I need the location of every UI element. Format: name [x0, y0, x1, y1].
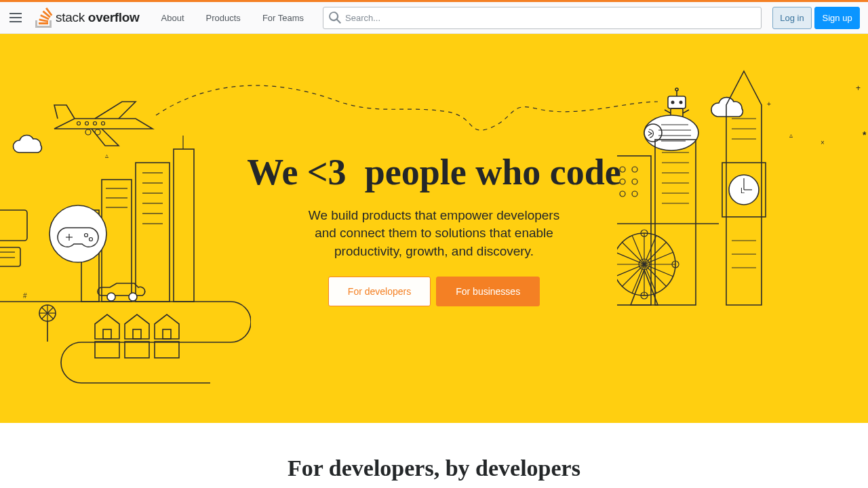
svg-rect-65: [655, 140, 696, 305]
svg-point-59: [644, 124, 662, 142]
svg-point-0: [85, 129, 91, 135]
houses-icon: [95, 314, 179, 358]
svg-rect-78: [722, 163, 766, 217]
svg-point-37: [85, 234, 88, 237]
svg-text:▵: ▵: [105, 152, 108, 159]
svg-point-4: [94, 122, 97, 125]
site-logo[interactable]: stack overflow: [30, 7, 145, 28]
section-developers-title: For developers, by developers: [0, 455, 868, 481]
svg-rect-11: [671, 108, 683, 118]
hero-section: + + ▵ * × ▵: [0, 34, 868, 423]
svg-point-89: [617, 233, 675, 296]
clock-tower-icon: L: [722, 71, 766, 305]
svg-point-7: [671, 101, 675, 104]
svg-line-95: [632, 235, 656, 293]
svg-rect-20: [102, 180, 132, 302]
hero-cta-row: For developers For businesses: [328, 277, 540, 306]
svg-rect-21: [136, 163, 170, 302]
svg-line-13: [683, 110, 689, 113]
svg-point-51: [39, 305, 56, 321]
svg-line-96: [632, 235, 656, 293]
svg-line-97: [617, 252, 673, 277]
svg-rect-49: [125, 342, 149, 358]
for-developers-button[interactable]: For developers: [328, 277, 431, 306]
svg-point-5: [102, 122, 105, 125]
robot-icon: [665, 88, 689, 118]
gamepad-icon: [50, 205, 106, 262]
svg-point-90: [639, 259, 650, 270]
svg-text:×: ×: [821, 139, 825, 146]
svg-line-55: [41, 307, 54, 319]
svg-text:+: +: [856, 83, 861, 93]
hero-headline: We <3 people who code: [247, 150, 620, 195]
svg-rect-22: [174, 149, 194, 302]
svg-text:+: +: [767, 100, 771, 108]
svg-text:*: *: [863, 129, 867, 140]
section-developers: For developers, by developers: [0, 423, 868, 481]
svg-rect-40: [0, 247, 20, 266]
svg-rect-48: [95, 342, 119, 358]
stackoverflow-logo-icon: [35, 7, 53, 28]
windmill-icon: [39, 305, 56, 342]
site-header: stack overflow About Products For Teams …: [0, 2, 868, 34]
hero-left-illustration: ▵: [0, 34, 251, 423]
svg-point-43: [107, 293, 115, 301]
svg-point-99: [641, 230, 648, 237]
svg-rect-39: [0, 210, 27, 241]
svg-point-3: [85, 122, 89, 125]
ferris-wheel-icon: [617, 230, 679, 305]
primary-nav: About Products For Teams: [153, 9, 312, 27]
svg-rect-50: [155, 342, 179, 358]
svg-line-12: [665, 110, 671, 113]
svg-text:#: #: [23, 292, 27, 300]
cloud-icon: [711, 98, 743, 117]
svg-point-100: [641, 292, 648, 299]
svg-rect-23: [81, 210, 99, 302]
svg-point-77: [632, 191, 637, 197]
search-input[interactable]: [323, 7, 762, 29]
menu-toggle-icon[interactable]: [8, 9, 24, 26]
speech-bubble-icon: [644, 115, 698, 150]
svg-point-79: [729, 175, 759, 205]
buildings-left-icon: [81, 136, 194, 302]
search-icon: [329, 12, 341, 24]
for-businesses-button[interactable]: For businesses: [436, 277, 540, 306]
svg-text:L: L: [741, 186, 745, 195]
nav-for-teams[interactable]: For Teams: [254, 9, 312, 27]
signup-button[interactable]: Sign up: [814, 7, 860, 29]
svg-point-34: [50, 205, 106, 262]
login-button[interactable]: Log in: [772, 7, 812, 29]
search-container: [323, 7, 762, 29]
monitor-icon: [0, 210, 27, 266]
hero-top-illustration: + + ▵ * ×: [0, 34, 868, 149]
nav-about[interactable]: About: [153, 9, 193, 27]
logo-text: stack overflow: [56, 10, 140, 25]
svg-point-44: [129, 293, 137, 301]
svg-point-8: [679, 101, 683, 104]
svg-point-1: [95, 129, 100, 135]
svg-rect-45: [103, 329, 111, 339]
svg-point-2: [77, 122, 81, 125]
hero-subtitle: We build products that empower developer…: [298, 207, 570, 261]
buildings-right-icon: [617, 140, 696, 305]
svg-line-93: [622, 242, 667, 287]
svg-rect-47: [163, 329, 171, 339]
svg-point-10: [675, 88, 678, 91]
svg-line-94: [622, 242, 667, 287]
svg-rect-64: [617, 156, 651, 305]
svg-point-75: [632, 179, 637, 184]
svg-text:▵: ▵: [789, 131, 793, 139]
svg-rect-6: [668, 96, 686, 108]
svg-point-38: [90, 238, 93, 241]
hero-right-illustration: L: [617, 34, 868, 423]
plane-icon: [54, 102, 153, 146]
svg-line-54: [41, 307, 54, 319]
svg-rect-46: [133, 329, 141, 339]
auth-buttons: Log in Sign up: [772, 7, 860, 29]
svg-point-58: [644, 115, 698, 150]
svg-line-98: [617, 252, 673, 277]
nav-products[interactable]: Products: [198, 9, 249, 27]
svg-point-73: [632, 167, 637, 172]
hero-headline-typed: people who code: [365, 152, 621, 192]
svg-point-102: [672, 261, 679, 268]
